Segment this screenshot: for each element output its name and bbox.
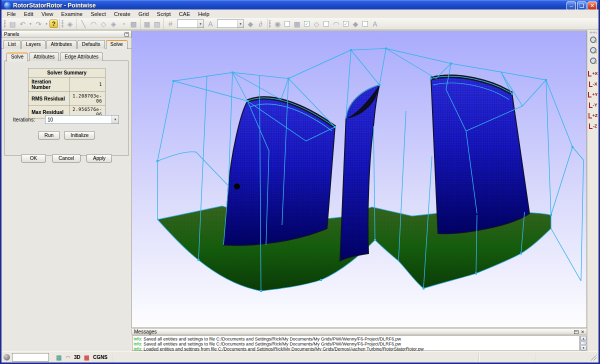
- status-input[interactable]: [12, 353, 49, 362]
- float-panel-icon[interactable]: [124, 32, 129, 36]
- subtab-attributes[interactable]: Attributes: [29, 52, 59, 61]
- subtab-solve[interactable]: Solve: [6, 52, 28, 62]
- messages-dock-titlebar[interactable]: Messages ✕: [132, 328, 587, 335]
- mask-points-checkbox[interactable]: [284, 21, 290, 26]
- float-panel-icon[interactable]: [574, 330, 578, 334]
- view-minus-x-button[interactable]: -X: [588, 78, 598, 87]
- messages-scrollbar[interactable]: ▲ ▼: [580, 336, 587, 351]
- minimize-button[interactable]: –: [566, 2, 576, 10]
- menu-examine[interactable]: Examine: [58, 10, 86, 18]
- save-icon[interactable]: ▤: [8, 19, 18, 29]
- view-plus-z-button[interactable]: +Z: [588, 109, 598, 118]
- axis-icon: [589, 82, 592, 87]
- toolbar-drag-handle[interactable]: [590, 32, 596, 34]
- mask-blocks-icon[interactable]: ▩: [292, 19, 302, 29]
- dimension-number-icon[interactable]: #: [166, 19, 176, 29]
- ok-button[interactable]: OK: [21, 154, 46, 162]
- create-fan-icon[interactable]: ◔: [118, 19, 128, 29]
- mask-connectors-checkbox[interactable]: ✓: [343, 21, 348, 26]
- spacing-icon[interactable]: A: [206, 19, 216, 29]
- examine-icon[interactable]: ◆: [246, 19, 256, 29]
- chevron-down-icon[interactable]: ▾: [237, 20, 244, 28]
- resize-grip[interactable]: [590, 354, 596, 360]
- viewport-3d-scene[interactable]: [132, 30, 587, 328]
- create-domain-icon[interactable]: ◈: [108, 19, 118, 29]
- restore-button[interactable]: ❏: [577, 2, 586, 10]
- zoom-box-icon[interactable]: [589, 46, 598, 55]
- initialize-button[interactable]: Initialize: [64, 131, 95, 140]
- message-log: Info: Saved all entities and settings to…: [132, 336, 580, 351]
- mask-databases-checkbox[interactable]: [362, 21, 368, 26]
- toolbar-drag-handle[interactable]: [4, 20, 6, 28]
- create-surface-icon[interactable]: ◇: [98, 19, 108, 29]
- view-plus-x-button[interactable]: +X: [588, 67, 598, 76]
- iterations-combo[interactable]: 10 ▾: [45, 115, 119, 124]
- menu-help[interactable]: Help: [194, 10, 213, 18]
- scroll-up-icon[interactable]: ▲: [580, 336, 586, 341]
- dimension-combo[interactable]: ▾: [177, 20, 204, 28]
- layer-stack-icon[interactable]: ◈: [65, 19, 75, 29]
- tab-defaults[interactable]: Defaults: [78, 40, 105, 48]
- menu-file[interactable]: File: [4, 10, 20, 18]
- view-plus-y-button[interactable]: +Y: [588, 88, 598, 98]
- chevron-down-icon[interactable]: ▾: [197, 20, 204, 28]
- undo-icon[interactable]: ↶: [18, 19, 28, 29]
- zoom-icon[interactable]: [589, 36, 598, 44]
- table-row: Iteration Number 1: [28, 78, 106, 92]
- cancel-button[interactable]: Cancel: [52, 154, 80, 162]
- menu-script[interactable]: Script: [154, 10, 174, 18]
- mask-connectors-icon[interactable]: ◠: [331, 19, 341, 29]
- panels-dock-titlebar[interactable]: Panels: [2, 30, 132, 38]
- scroll-down-icon[interactable]: ▼: [580, 346, 586, 350]
- close-icon[interactable]: ✕: [580, 330, 584, 334]
- menu-cae[interactable]: CAE: [176, 10, 194, 18]
- tab-solve[interactable]: Solve: [106, 40, 128, 49]
- toolbar-drag-handle[interactable]: [62, 20, 64, 28]
- close-button[interactable]: ✕: [588, 2, 597, 10]
- create-block-icon[interactable]: ▩: [128, 19, 138, 29]
- toolbar-drag-handle[interactable]: [269, 20, 271, 28]
- subtab-edge-attributes[interactable]: Edge Attributes: [60, 52, 103, 61]
- structured-grid-icon[interactable]: ▦: [142, 19, 152, 29]
- help-icon[interactable]: ?: [50, 20, 58, 28]
- create-connector-icon[interactable]: ╲: [78, 19, 88, 29]
- rms-residual-label: RMS Residual: [28, 92, 70, 106]
- tab-layers[interactable]: Layers: [22, 40, 46, 48]
- create-curve-icon[interactable]: ◠: [88, 19, 98, 29]
- iteration-number-label: Iteration Number: [28, 78, 70, 92]
- menu-view[interactable]: View: [38, 10, 57, 18]
- messages-dock-title: Messages: [134, 329, 157, 334]
- redo-icon[interactable]: ↷: [34, 19, 44, 29]
- view-minus-y-button[interactable]: -Y: [588, 98, 598, 108]
- redo-dropdown-icon[interactable]: ▾: [44, 19, 50, 29]
- apply-button[interactable]: Apply: [86, 154, 112, 162]
- mask-points-icon[interactable]: ◉: [272, 19, 282, 29]
- menu-grid[interactable]: Grid: [135, 10, 152, 18]
- mask-domains-checkbox[interactable]: [324, 21, 329, 26]
- scrollbar-thumb[interactable]: [580, 342, 586, 345]
- run-button[interactable]: Run: [38, 131, 60, 140]
- derivative-icon[interactable]: ∂: [256, 19, 266, 29]
- mask-blocks-checkbox[interactable]: ✓: [304, 21, 310, 26]
- solver-summary-table: Solver Summary Iteration Number 1 RMS Re…: [28, 68, 106, 119]
- tab-list[interactable]: List: [4, 40, 20, 48]
- undo-dropdown-icon[interactable]: ▾: [28, 19, 34, 29]
- app-icon: [4, 2, 11, 9]
- unstructured-grid-icon[interactable]: ▨: [152, 19, 162, 29]
- mask-domains-icon[interactable]: ◇: [312, 19, 322, 29]
- zoom-extents-icon[interactable]: [589, 57, 598, 66]
- chevron-down-icon[interactable]: ▾: [112, 116, 118, 124]
- menu-create[interactable]: Create: [110, 10, 134, 18]
- messages-dock: Messages ✕ Info: Saved all entities and …: [132, 328, 587, 352]
- menu-edit[interactable]: Edit: [20, 10, 37, 18]
- pointwise-window: RotorStatorRotor - Pointwise – ❏ ✕ File …: [0, 0, 600, 364]
- menu-select[interactable]: Select: [87, 10, 110, 18]
- tab-attributes[interactable]: Attributes: [46, 40, 76, 48]
- mask-databases-icon[interactable]: ◆: [350, 19, 360, 29]
- axis-icon: [588, 92, 592, 98]
- view-minus-z-button[interactable]: -Z: [588, 120, 598, 129]
- spacing-combo[interactable]: ▾: [217, 20, 244, 28]
- menu-bar: File Edit View Examine Select Create Gri…: [2, 10, 598, 18]
- spacing-constraint-icon[interactable]: A: [370, 19, 380, 29]
- axis-icon: [588, 113, 592, 118]
